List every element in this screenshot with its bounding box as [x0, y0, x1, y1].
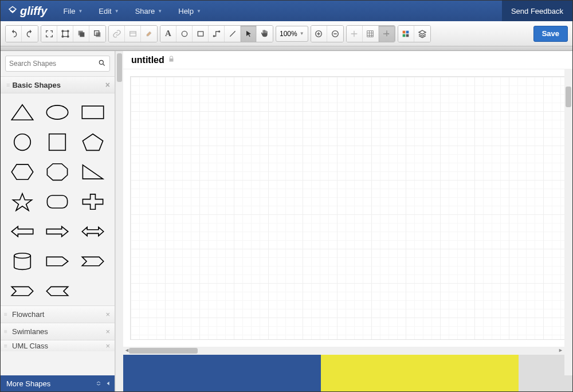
expand-icon — [95, 380, 102, 387]
shape-rounded-rect[interactable] — [43, 191, 73, 213]
shape-tag-left[interactable] — [43, 280, 73, 302]
menu-edit[interactable]: Edit▼ — [91, 1, 127, 21]
scrollbar-thumb[interactable] — [566, 87, 571, 107]
rect-tool[interactable] — [193, 26, 209, 42]
svg-rect-25 — [48, 195, 68, 208]
shape-rectangle[interactable] — [78, 101, 108, 123]
grid-button[interactable] — [363, 26, 379, 42]
search-shapes-input[interactable] — [5, 56, 110, 72]
collapse-sidebar-icon[interactable] — [105, 380, 111, 387]
layers-button[interactable] — [414, 26, 430, 42]
sidebar: ≡ Basic Shapes × — [1, 51, 115, 391]
scrollbar-thumb[interactable] — [117, 53, 122, 82]
menu-share[interactable]: Share▼ — [127, 1, 171, 21]
send-feedback-button[interactable]: Send Feedback — [502, 1, 572, 21]
pan-tool[interactable] — [257, 26, 273, 42]
svg-point-21 — [47, 105, 68, 119]
shape-pentagon[interactable] — [78, 131, 108, 153]
bottom-strip — [123, 355, 572, 391]
zoom-in-button[interactable] — [311, 26, 327, 42]
app-name: gliffy — [20, 5, 47, 18]
zoom-out-button[interactable] — [327, 26, 343, 42]
document-title-bar: untitled — [123, 51, 572, 69]
shape-chevron-right[interactable] — [43, 250, 73, 272]
shape-octagon[interactable] — [43, 161, 73, 183]
svg-rect-9 — [129, 32, 136, 36]
shape-tag-right[interactable] — [7, 280, 37, 302]
link-button[interactable] — [109, 26, 125, 42]
svg-rect-11 — [198, 32, 203, 36]
menubar: gliffy File▼ Edit▼ Share▼ Help▼ Send Fee… — [1, 1, 572, 21]
svg-rect-6 — [80, 32, 84, 37]
canvas[interactable] — [123, 69, 572, 347]
panel-uml-header[interactable]: ≡UML Class× — [1, 340, 115, 351]
pointer-tool[interactable] — [241, 26, 257, 42]
panel-basic-shapes-header[interactable]: ≡ Basic Shapes × — [1, 76, 115, 93]
fit-button[interactable] — [41, 26, 57, 42]
close-icon[interactable]: × — [105, 327, 110, 336]
connector-tool[interactable] — [209, 26, 225, 42]
shape-star[interactable] — [7, 191, 37, 213]
svg-point-13 — [218, 31, 219, 32]
shape-circle[interactable] — [7, 131, 37, 153]
menu-items: File▼ Edit▼ Share▼ Help▼ — [55, 1, 209, 21]
ellipse-tool[interactable] — [176, 26, 193, 42]
theme-button[interactable] — [398, 26, 414, 42]
drag-grip-icon: ≡ — [6, 81, 9, 88]
shape-cylinder[interactable] — [7, 250, 37, 272]
svg-point-4 — [67, 36, 69, 37]
search-icon — [98, 59, 106, 69]
svg-rect-7 — [96, 32, 100, 37]
shape-right-triangle[interactable] — [78, 161, 108, 183]
svg-rect-16 — [403, 30, 406, 33]
svg-rect-24 — [49, 134, 66, 151]
save-button[interactable]: Save — [533, 26, 568, 42]
svg-point-26 — [14, 253, 31, 258]
front-button[interactable] — [73, 26, 89, 42]
svg-point-23 — [14, 134, 31, 151]
group-button[interactable] — [57, 26, 73, 42]
scrollbar-thumb[interactable] — [129, 348, 198, 354]
shape-square[interactable] — [43, 131, 73, 153]
svg-point-1 — [62, 30, 64, 32]
shape-plus[interactable] — [78, 191, 108, 213]
shape-hexagon[interactable] — [7, 161, 37, 183]
menu-file[interactable]: File▼ — [55, 1, 91, 21]
canvas-horizontal-scrollbar[interactable]: ◄ ► — [123, 347, 564, 355]
shape-double-arrow[interactable] — [78, 221, 108, 242]
canvas-grid — [130, 76, 566, 340]
shape-ellipse[interactable] — [43, 101, 73, 123]
line-tool[interactable] — [225, 26, 241, 42]
redo-button[interactable] — [22, 26, 38, 42]
text-tool[interactable]: A — [160, 26, 176, 42]
lock-icon[interactable] — [168, 56, 175, 64]
erase-button[interactable] — [141, 26, 157, 42]
popup-button[interactable] — [125, 26, 141, 42]
sidebar-scrollbar[interactable] — [115, 51, 123, 391]
canvas-vertical-scrollbar[interactable] — [564, 69, 572, 375]
panel-flowchart-header[interactable]: ≡Flowchart× — [1, 305, 115, 323]
workspace: ≡ Basic Shapes × — [1, 51, 572, 391]
document-title: untitled — [131, 55, 164, 65]
back-button[interactable] — [89, 26, 105, 42]
strip-blue — [123, 355, 321, 391]
close-icon[interactable]: × — [105, 310, 110, 319]
shape-triangle[interactable] — [7, 101, 37, 123]
close-icon[interactable]: × — [105, 342, 110, 350]
menu-help[interactable]: Help▼ — [170, 1, 209, 21]
more-shapes-button[interactable]: More Shapes — [1, 375, 115, 391]
zoom-select[interactable]: 100%▼ — [276, 26, 308, 42]
shape-right-arrow[interactable] — [43, 221, 73, 242]
svg-point-12 — [213, 36, 214, 37]
undo-button[interactable] — [6, 26, 22, 42]
shape-document[interactable] — [78, 250, 108, 272]
svg-point-3 — [62, 36, 64, 37]
guides-button[interactable] — [379, 26, 395, 42]
strip-yellow — [321, 355, 519, 391]
shape-left-arrow[interactable] — [7, 221, 37, 242]
svg-point-10 — [182, 31, 187, 36]
svg-rect-19 — [406, 34, 409, 37]
panel-swimlanes-header[interactable]: ≡Swimlanes× — [1, 323, 115, 340]
snap-button[interactable] — [347, 26, 363, 42]
close-icon[interactable]: × — [105, 80, 110, 89]
